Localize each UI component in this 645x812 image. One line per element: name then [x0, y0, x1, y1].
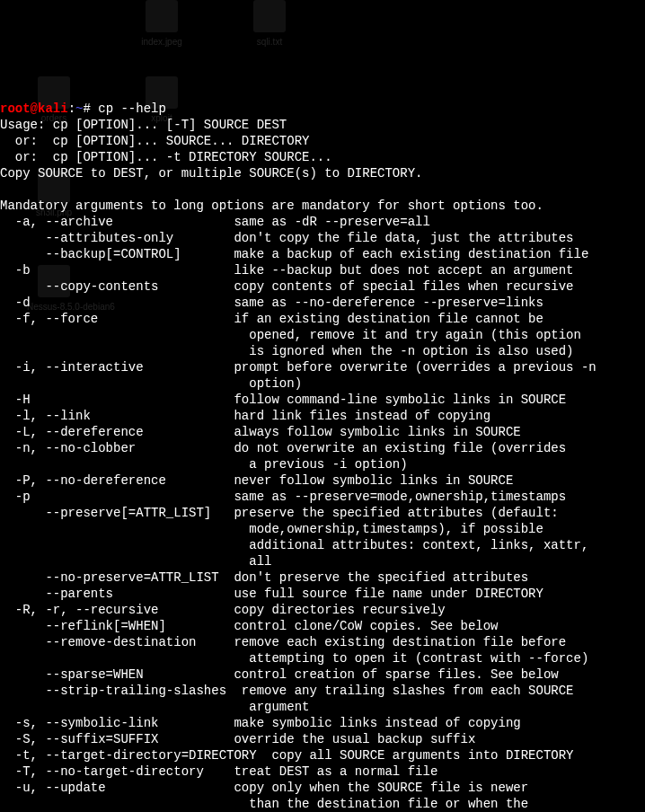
output-line: -R, -r, --recursive copy directories rec…	[0, 602, 645, 618]
prompt-colon: :	[68, 102, 75, 116]
output-line: -a, --archive same as -dR --preserve=all	[0, 214, 645, 230]
terminal-output: root@kali:~# cp --help Usage: cp [OPTION…	[0, 97, 645, 812]
file-icon	[253, 0, 286, 32]
output-line: -u, --update copy only when the SOURCE f…	[0, 780, 645, 796]
output-line: --attributes-only don't copy the file da…	[0, 230, 645, 246]
output-line: additional attributes: context, links, x…	[0, 537, 645, 553]
output-line: --remove-destination remove each existin…	[0, 634, 645, 650]
output-line: opened, remove it and try again (this op…	[0, 327, 645, 343]
output-line: option)	[0, 375, 645, 392]
output-line: -b like --backup but does not accept an …	[0, 262, 645, 278]
output-line: -l, --link hard link files instead of co…	[0, 408, 645, 424]
output-line: -S, --suffix=SUFFIX override the usual b…	[0, 731, 645, 747]
output-line: --sparse=WHEN control creation of sparse…	[0, 666, 645, 683]
output-line: -n, --no-clobber do not overwrite an exi…	[0, 440, 645, 456]
desktop-file-icon: sqli.txt	[243, 0, 296, 50]
output-line: Usage: cp [OPTION]... [-T] SOURCE DEST	[0, 117, 645, 133]
output-line: -d same as --no-dereference --preserve=l…	[0, 295, 645, 311]
output-line: all	[0, 553, 645, 569]
output-line: is ignored when the -n option is also us…	[0, 343, 645, 359]
output-line: -t, --target-directory=DIRECTORY copy al…	[0, 747, 645, 763]
output-line: -P, --no-dereference never follow symbol…	[0, 472, 645, 489]
output-line: --parents use full source file name unde…	[0, 586, 645, 602]
file-label: sqli.txt	[243, 34, 296, 50]
file-label: index.jpeg	[135, 34, 189, 50]
output-line: a previous -i option)	[0, 456, 645, 472]
output-line: Mandatory arguments to long options are …	[0, 198, 645, 214]
output-line: --copy-contents copy contents of special…	[0, 278, 645, 295]
prompt-hash: #	[83, 102, 98, 116]
output-line: -s, --symbolic-link make symbolic links …	[0, 715, 645, 731]
output-line: or: cp [OPTION]... -t DIRECTORY SOURCE..…	[0, 149, 645, 165]
output-line: --reflink[=WHEN] control clone/CoW copie…	[0, 618, 645, 634]
output-line	[0, 181, 645, 198]
prompt-user: root@kali	[0, 102, 68, 116]
output-line: -H follow command-line symbolic links in…	[0, 392, 645, 408]
command-text[interactable]: cp --help	[98, 102, 166, 116]
output-line: -f, --force if an existing destination f…	[0, 311, 645, 327]
file-icon	[146, 0, 178, 32]
desktop-file-icon: index.jpeg	[135, 0, 189, 50]
output-line: -p same as --preserve=mode,ownership,tim…	[0, 489, 645, 505]
output-line: -T, --no-target-directory treat DEST as …	[0, 763, 645, 780]
output-line: or: cp [OPTION]... SOURCE... DIRECTORY	[0, 133, 645, 149]
output-line: than the destination file or when the	[0, 796, 645, 812]
output-line: mode,ownership,timestamps), if possible	[0, 521, 645, 537]
output-line: -L, --dereference always follow symbolic…	[0, 424, 645, 440]
output-line: argument	[0, 699, 645, 715]
output-line: --backup[=CONTROL] make a backup of each…	[0, 246, 645, 262]
help-output: Usage: cp [OPTION]... [-T] SOURCE DEST o…	[0, 117, 645, 812]
output-line: --no-preserve=ATTR_LIST don't preserve t…	[0, 569, 645, 586]
output-line: Copy SOURCE to DEST, or multiple SOURCE(…	[0, 165, 645, 181]
output-line: attempting to open it (contrast with --f…	[0, 650, 645, 666]
output-line: -i, --interactive prompt before overwrit…	[0, 359, 645, 375]
output-line: --strip-trailing-slashes remove any trai…	[0, 683, 645, 699]
output-line: --preserve[=ATTR_LIST] preserve the spec…	[0, 505, 645, 521]
